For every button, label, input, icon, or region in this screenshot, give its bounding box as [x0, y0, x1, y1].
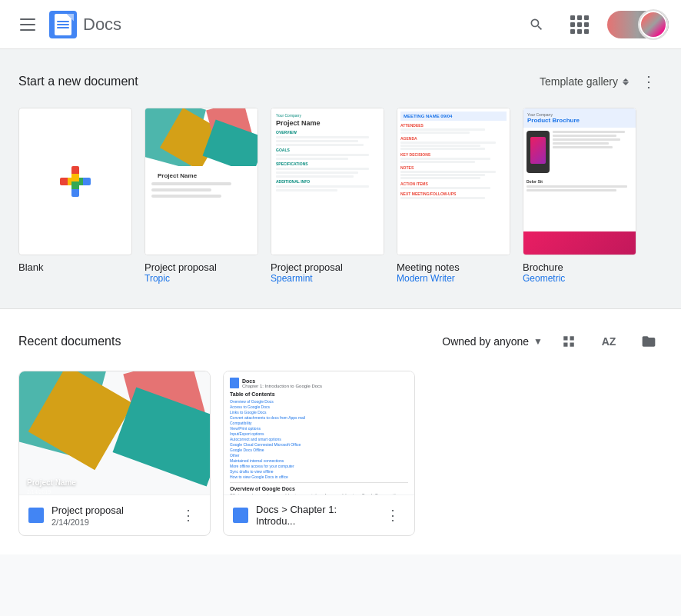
apps-button[interactable] [564, 9, 595, 40]
template-card-label-tropic: Project proposal Tropic [145, 261, 258, 284]
chapter-doc-icon [230, 378, 239, 388]
template-subname-meeting: Modern Writer [397, 273, 510, 284]
doc-date-project: 2/14/2019 [51, 518, 168, 527]
add-icon [57, 163, 94, 200]
doc-title-chapter: Docs > Chapter 1: Introdu... [256, 504, 373, 527]
doc-more-button-chapter[interactable]: ⋮ [380, 503, 405, 528]
app-header: Docs [0, 0, 681, 49]
chapter-design: Docs Chapter 1: Introduction to Google D… [224, 371, 414, 494]
blank-thumbnail [18, 108, 132, 255]
doc-footer-project: Project proposal 2/14/2019 ⋮ [19, 494, 210, 535]
template-header-controls: Template gallery ⋮ [540, 68, 663, 95]
template-card-tropic[interactable]: Project Name Project proposal Tropic [145, 108, 258, 284]
sort-az-icon: AZ [602, 335, 616, 348]
app-title: Docs [83, 15, 121, 35]
tropic-thumbnail: Project Name [145, 108, 258, 255]
template-section: Start a new document Template gallery ⋮ [0, 49, 681, 309]
template-name-brochure: Brochure [523, 261, 636, 273]
account-avatar-container[interactable] [607, 11, 669, 38]
template-gallery-label: Template gallery [540, 75, 618, 88]
tropic-doc-design: Project Name 2/14/2019 [19, 371, 210, 494]
search-icon [529, 17, 544, 32]
spearmint-thumbnail: Your Company Project Name Overview Goals… [271, 108, 384, 255]
grid-icon [570, 15, 589, 34]
recent-section: Recent documents Owned by anyone ▼ AZ [0, 309, 681, 554]
docs-logo-inner [55, 14, 71, 35]
template-card-blank[interactable]: Blank [18, 108, 132, 284]
tropic-design: Project Name [145, 108, 257, 255]
template-subname-brochure: Geometric [523, 273, 636, 284]
doc-info-chapter: Docs > Chapter 1: Introdu... [256, 504, 373, 527]
header-right [521, 9, 669, 40]
recent-controls: Owned by anyone ▼ AZ [442, 328, 663, 355]
doc-info-project: Project proposal 2/14/2019 [51, 504, 168, 527]
meeting-design: MEETING NAME 09/04 Attendees Agenda [397, 108, 510, 255]
brochure-thumbnail: Your Company Product Brochure D [523, 108, 636, 255]
template-card-meeting[interactable]: MEETING NAME 09/04 Attendees Agenda [397, 108, 510, 284]
doc-file-icon-chapter [233, 508, 248, 523]
template-header: Start a new document Template gallery ⋮ [18, 68, 663, 95]
folder-view-button[interactable] [635, 328, 663, 355]
grid-view-button[interactable] [555, 328, 583, 355]
expand-collapse-icon [623, 78, 629, 85]
template-subname-spearmint: Spearmint [271, 273, 384, 284]
template-card-spearmint[interactable]: Your Company Project Name Overview Goals… [271, 108, 384, 284]
chevron-down-icon [623, 82, 629, 85]
more-options-button[interactable]: ⋮ [635, 68, 663, 95]
tropic-top [145, 108, 257, 166]
meeting-thumbnail: MEETING NAME 09/04 Attendees Agenda [397, 108, 510, 255]
doc-more-button-project[interactable]: ⋮ [176, 503, 201, 528]
template-card-brochure[interactable]: Your Company Product Brochure D [523, 108, 636, 284]
doc-footer-chapter: Docs > Chapter 1: Introdu... ⋮ [224, 494, 414, 535]
doc-file-icon [28, 508, 44, 523]
hamburger-menu-button[interactable] [12, 9, 43, 40]
template-card-label-blank: Blank [18, 261, 132, 273]
template-card-label-brochure: Brochure Geometric [523, 261, 636, 284]
template-gallery-button[interactable]: Template gallery [540, 75, 629, 88]
owned-by-chevron-icon: ▼ [533, 336, 543, 347]
template-name-meeting: Meeting notes [397, 261, 510, 273]
template-name-blank: Blank [18, 261, 132, 273]
doc-thumbnail-tropic: Project Name 2/14/2019 [19, 371, 210, 494]
template-name-spearmint: Project proposal [271, 261, 384, 273]
template-subname-tropic: Tropic [145, 273, 258, 284]
template-card-label-meeting: Meeting notes Modern Writer [397, 261, 510, 284]
owned-by-label: Owned by anyone [442, 335, 529, 348]
template-section-title: Start a new document [18, 75, 138, 88]
template-name-tropic: Project proposal [145, 261, 258, 273]
docs-logo [49, 11, 77, 38]
doc-title-project: Project proposal [51, 504, 168, 516]
brochure-footer [523, 231, 636, 255]
recent-header: Recent documents Owned by anyone ▼ AZ [18, 328, 663, 355]
chevron-up-icon [623, 78, 629, 82]
avatar [639, 11, 667, 38]
header-left: Docs [12, 9, 521, 40]
doc-card-chapter[interactable]: Docs Chapter 1: Introduction to Google D… [223, 371, 415, 536]
doc-thumbnail-chapter: Docs Chapter 1: Introduction to Google D… [224, 371, 414, 494]
templates-row: Blank Project Name [18, 108, 663, 284]
doc-cards: Project Name 2/14/2019 Project proposal … [18, 371, 663, 536]
folder-icon [641, 334, 656, 349]
brochure-design: Your Company Product Brochure D [523, 108, 636, 255]
grid-view-icon [562, 335, 576, 348]
doc-card-project-proposal[interactable]: Project Name 2/14/2019 Project proposal … [18, 371, 211, 536]
template-card-label-spearmint: Project proposal Spearmint [271, 261, 384, 284]
search-button[interactable] [521, 9, 552, 40]
owned-by-filter[interactable]: Owned by anyone ▼ [442, 335, 543, 348]
brochure-phone-image [527, 131, 550, 173]
recent-section-title: Recent documents [18, 335, 121, 348]
sort-button[interactable]: AZ [595, 328, 623, 355]
spearmint-design: Your Company Project Name Overview Goals… [271, 108, 384, 255]
